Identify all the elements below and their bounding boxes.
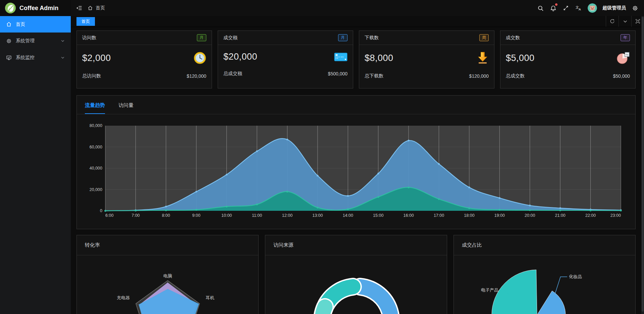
svg-text:8:00: 8:00	[162, 213, 170, 218]
stat-card-title: 成交额	[223, 35, 237, 41]
svg-text:耳机: 耳机	[206, 295, 214, 300]
content: 访问数 月 $2,000	[71, 27, 644, 314]
svg-text:10:00: 10:00	[221, 213, 232, 218]
sidebar: Coffee Admin 首页 系统管理	[0, 0, 71, 314]
svg-text:19:00: 19:00	[494, 213, 505, 218]
search-icon[interactable]	[537, 4, 544, 12]
stat-footer-value: $500,000	[328, 71, 347, 76]
sidebar-item-label: 系统监控	[16, 55, 57, 61]
stat-footer-value: $50,000	[613, 73, 630, 79]
stat-footer-label: 总成交数	[506, 73, 525, 79]
stat-footer-value: $120,000	[469, 73, 489, 79]
svg-text:化妆品: 化妆品	[569, 274, 582, 279]
svg-text:60,000: 60,000	[90, 145, 102, 149]
stat-card-title: 成交数	[506, 35, 520, 41]
navbar: 首页 文	[71, 0, 644, 16]
menu-fold-icon[interactable]	[75, 4, 83, 12]
svg-text:14:00: 14:00	[343, 213, 353, 218]
sidebar-item-label: 系统管理	[16, 38, 57, 44]
svg-text:17:00: 17:00	[434, 213, 444, 218]
svg-text:电脑: 电脑	[163, 273, 172, 278]
stat-footer-label: 总成交额	[223, 71, 242, 77]
svg-text:40,000: 40,000	[90, 166, 102, 171]
notification-dot	[555, 3, 557, 6]
donut-chart	[265, 255, 447, 314]
credit-card-icon	[334, 52, 347, 62]
stat-footer-value: $120,000	[187, 73, 206, 79]
traffic-trend-chart: 020,00040,00060,00080,0006:007:008:009:0…	[77, 115, 635, 219]
svg-text:7:00: 7:00	[131, 213, 140, 218]
gear-icon	[6, 38, 12, 44]
period-badge: 年	[621, 34, 630, 41]
card-title: 成交占比	[462, 242, 482, 248]
main-area: 首页 文	[71, 0, 644, 314]
chevron-down-icon	[61, 39, 65, 43]
svg-text:21:00: 21:00	[555, 213, 566, 218]
sidebar-menu: 首页 系统管理 系统监控	[0, 16, 71, 66]
trend-tabs: 流量趋势 访问量	[77, 96, 635, 114]
download-icon	[477, 52, 489, 64]
stat-value: $5,000	[506, 53, 535, 63]
app-logo[interactable]: Coffee Admin	[0, 0, 71, 16]
svg-text:充电器: 充电器	[117, 295, 130, 300]
visit-source-card: 访问来源	[265, 235, 447, 314]
breadcrumb[interactable]: 首页	[88, 5, 105, 11]
breadcrumb-label: 首页	[96, 5, 105, 11]
refresh-icon[interactable]	[606, 16, 619, 27]
svg-text:9:00: 9:00	[192, 213, 200, 218]
tab-home[interactable]: 首页	[76, 17, 95, 26]
rose-pie-chart: 电子产品化妆品	[454, 255, 635, 314]
period-badge: 周	[479, 34, 489, 41]
sidebar-item-system-admin[interactable]: 系统管理	[0, 33, 71, 49]
settings-gear-icon[interactable]	[631, 4, 639, 12]
svg-text:13:00: 13:00	[312, 213, 323, 218]
stat-footer-label: 总下载数	[365, 73, 383, 79]
leaf-logo-icon	[5, 2, 16, 14]
stat-row: 访问数 月 $2,000	[76, 30, 636, 88]
conversion-rate-card: 转化率 电脑耳机充电器	[76, 235, 259, 314]
monitor-icon	[6, 55, 12, 61]
fullscreen-icon[interactable]	[562, 4, 570, 12]
svg-text:6:00: 6:00	[105, 213, 113, 218]
period-badge: 月	[338, 34, 347, 41]
scrollbar[interactable]	[641, 16, 644, 314]
chevron-down-icon	[61, 56, 65, 60]
tab-visit-volume[interactable]: 访问量	[118, 102, 133, 114]
avatar[interactable]	[588, 3, 597, 13]
svg-text:20:00: 20:00	[525, 213, 535, 218]
stat-card-title: 下载数	[365, 35, 379, 41]
sidebar-item-home[interactable]: 首页	[0, 16, 71, 33]
svg-text:%: %	[626, 53, 629, 56]
svg-text:电子产品: 电子产品	[481, 288, 498, 293]
clock-icon	[194, 52, 206, 64]
svg-text:16:00: 16:00	[403, 213, 414, 218]
stat-value: $20,000	[223, 52, 257, 62]
home-icon	[6, 21, 12, 27]
stat-card-downloads: 下载数 周 $8,000	[359, 30, 494, 88]
svg-text:15:00: 15:00	[373, 213, 383, 218]
deal-share-card: 成交占比 电子产品化妆品	[453, 235, 636, 314]
stat-card-visits: 访问数 月 $2,000	[76, 30, 212, 88]
svg-text:18:00: 18:00	[464, 213, 474, 218]
card-title: 访问来源	[273, 242, 293, 248]
scrollbar-thumb[interactable]	[642, 17, 644, 312]
sidebar-item-system-monitor[interactable]: 系统监控	[0, 49, 71, 66]
username[interactable]: 超级管理员	[602, 5, 626, 11]
svg-text:20,000: 20,000	[90, 187, 102, 192]
translate-icon[interactable]: 文 A	[575, 4, 582, 12]
stat-footer-label: 总访问数	[82, 73, 101, 79]
svg-text:A: A	[579, 7, 581, 11]
notification-bell-icon[interactable]	[549, 4, 557, 12]
stat-card-turnover: 成交额 月 $20,000	[218, 30, 353, 88]
tab-traffic-trend[interactable]: 流量趋势	[85, 102, 105, 114]
period-badge: 月	[197, 34, 206, 41]
chevron-down-icon[interactable]	[619, 16, 631, 27]
stat-card-title: 访问数	[82, 35, 96, 41]
tabbar: 首页	[71, 16, 644, 27]
svg-text:22:00: 22:00	[585, 213, 596, 218]
svg-text:23:00: 23:00	[610, 213, 621, 218]
trend-card: 流量趋势 访问量 020,00040,00060,00080,0006:007:…	[76, 95, 636, 229]
radar-chart: 电脑耳机充电器	[77, 255, 258, 314]
bottom-row: 转化率 电脑耳机充电器 访问来源 成交占比 电子产品化妆品	[76, 235, 636, 314]
pie-icon: %	[616, 52, 630, 64]
